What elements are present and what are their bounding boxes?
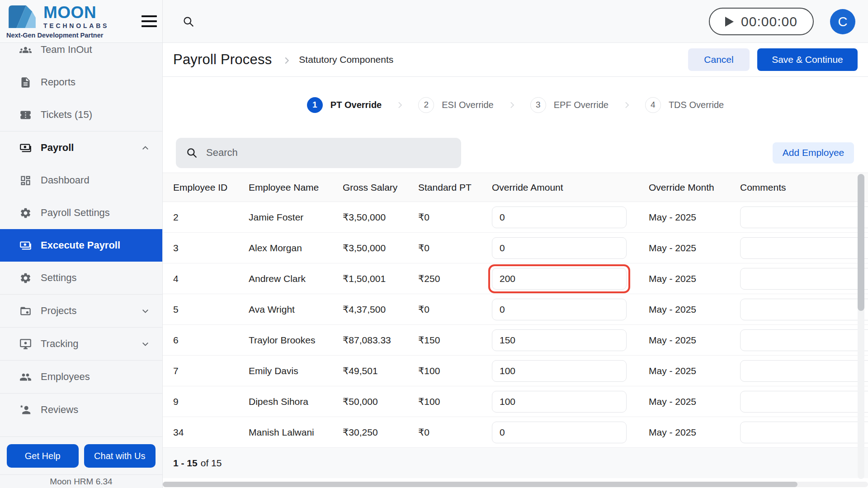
override-amount-input[interactable] (492, 237, 627, 259)
get-help-button[interactable]: Get Help (7, 444, 79, 468)
sidebar-item-label: Dashboard (41, 174, 90, 186)
employee-name-cell: Manish Lalwani (249, 427, 343, 438)
projects-icon (19, 305, 32, 317)
comments-cell (740, 268, 868, 290)
gross-salary-cell: ₹1,50,001 (343, 273, 418, 284)
horizontal-scrollbar-thumb[interactable] (163, 482, 797, 487)
chevron-down-icon (140, 339, 151, 349)
table-row: 34Manish Lalwani₹30,250₹0May - 2025 (163, 417, 868, 448)
override-amount-input[interactable] (492, 299, 627, 320)
table-row: 9Dipesh Sihora₹50,000₹100May - 2025 (163, 386, 868, 417)
comment-input[interactable] (740, 299, 868, 320)
override-field-wrap (488, 203, 630, 232)
comments-cell (740, 422, 868, 443)
menu-toggle-button[interactable] (142, 15, 157, 27)
sidebar-item-projects[interactable]: Projects (0, 295, 162, 327)
comment-input[interactable] (740, 237, 868, 259)
table-row: 2Jamie Foster₹3,50,000₹0May - 2025 (163, 202, 868, 233)
page-title: Payroll Process (173, 52, 272, 68)
sidebar-item-label: Excecute Payroll (41, 239, 120, 251)
save-continue-button[interactable]: Save & Continue (757, 48, 858, 71)
override-amount-input[interactable] (492, 206, 627, 228)
sidebar-item-dashboard[interactable]: Dashboard (0, 164, 162, 197)
team-inout-icon (19, 44, 32, 56)
employee-id-cell: 5 (163, 304, 249, 315)
global-search-button[interactable] (182, 15, 194, 28)
override-month-cell: May - 2025 (649, 427, 740, 438)
comments-cell (740, 360, 868, 382)
override-amount-input[interactable] (492, 422, 627, 443)
chevron-right-icon (622, 100, 632, 110)
comment-input[interactable] (740, 391, 868, 413)
override-amount-input[interactable] (492, 268, 627, 290)
override-month-cell: May - 2025 (649, 243, 740, 253)
sidebar-item-tracking[interactable]: Tracking (0, 328, 162, 360)
override-month-cell: May - 2025 (649, 335, 740, 346)
override-amount-input[interactable] (492, 360, 627, 382)
pagination-range: 1 - 15 (173, 458, 198, 469)
override-amount-cell (492, 357, 649, 385)
stepper-step-esi-override[interactable]: 2ESI Override (418, 97, 493, 113)
override-amount-input[interactable] (492, 329, 627, 351)
column-header: Override Amount (492, 182, 649, 193)
override-field-wrap (488, 326, 630, 355)
sidebar-header: MOON TECHNOLABS Next-Gen Development Par… (0, 0, 162, 43)
sidebar-item-settings[interactable]: Settings (0, 262, 162, 294)
comment-input[interactable] (740, 360, 868, 382)
sidebar-item-excecute-payroll[interactable]: Excecute Payroll (0, 229, 162, 262)
sidebar-item-label: Settings (41, 272, 77, 284)
sidebar-item-label: Projects (41, 305, 76, 317)
avatar[interactable]: C (830, 9, 855, 34)
comment-input[interactable] (740, 268, 868, 290)
add-employee-button[interactable]: Add Employee (773, 142, 854, 164)
sidebar-item-reports[interactable]: Reports (0, 66, 162, 99)
moon-technolabs-logo-icon (6, 5, 38, 29)
employee-name-cell: Jamie Foster (249, 212, 343, 223)
stepper-step-tds-override[interactable]: 4TDS Override (645, 97, 724, 113)
cancel-button[interactable]: Cancel (688, 48, 750, 71)
comment-input[interactable] (740, 206, 868, 228)
sidebar-item-payroll[interactable]: Payroll (0, 131, 162, 164)
gross-salary-cell: ₹4,37,500 (343, 304, 418, 315)
employee-name-cell: Emily Davis (249, 366, 343, 376)
brand-tagline: Next-Gen Development Partner (6, 32, 109, 39)
sidebar-item-team-inout[interactable]: Team InOut (0, 43, 162, 66)
stepper-step-pt-override[interactable]: 1PT Override (307, 97, 382, 113)
table-header-row: Employee IDEmployee NameGross SalaryStan… (163, 173, 868, 202)
breadcrumb-chevron-icon (282, 56, 292, 66)
chat-with-us-button[interactable]: Chat with Us (84, 444, 156, 468)
sidebar-item-employees[interactable]: Employees (0, 361, 162, 393)
pagination-total: of 15 (201, 458, 222, 469)
step-label: PT Override (330, 100, 382, 110)
employee-id-cell: 9 (163, 396, 249, 407)
timer-widget[interactable]: 00:00:00 (709, 8, 814, 35)
sidebar-item-label: Employees (41, 371, 90, 383)
play-icon[interactable] (725, 17, 734, 27)
table-row: 7Emily Davis₹49,501₹100May - 2025 (163, 356, 868, 386)
override-amount-input[interactable] (492, 391, 627, 413)
horizontal-scrollbar[interactable] (163, 482, 868, 487)
timer-value: 00:00:00 (741, 14, 797, 29)
gross-salary-cell: ₹49,501 (343, 366, 418, 376)
comment-input[interactable] (740, 422, 868, 443)
override-month-cell: May - 2025 (649, 273, 740, 284)
sidebar-item-payroll-settings[interactable]: Payroll Settings (0, 197, 162, 229)
table-row: 4Andrew Clark₹1,50,001₹250May - 2025 (163, 263, 868, 294)
sidebar: MOON TECHNOLABS Next-Gen Development Par… (0, 0, 163, 488)
override-field-wrap (488, 418, 630, 447)
sidebar-item-label: Payroll Settings (41, 207, 110, 219)
table-row: 5Ava Wright₹4,37,500₹0May - 2025 (163, 294, 868, 325)
sidebar-item-reviews[interactable]: Reviews (0, 394, 162, 426)
override-field-wrap (488, 357, 630, 385)
sidebar-item-tickets-15[interactable]: Tickets (15) (0, 99, 162, 131)
chevron-up-icon (140, 143, 151, 153)
table-search[interactable] (176, 138, 461, 168)
comment-input[interactable] (740, 329, 868, 351)
vertical-scrollbar[interactable] (858, 174, 864, 479)
search-input[interactable] (205, 146, 451, 159)
standard-pt-cell: ₹100 (418, 396, 492, 407)
vertical-scrollbar-thumb[interactable] (858, 174, 864, 311)
gross-salary-cell: ₹50,000 (343, 396, 418, 407)
wizard-stepper: 1PT Override2ESI Override3EPF Override4T… (163, 77, 868, 133)
stepper-step-epf-override[interactable]: 3EPF Override (530, 97, 609, 113)
